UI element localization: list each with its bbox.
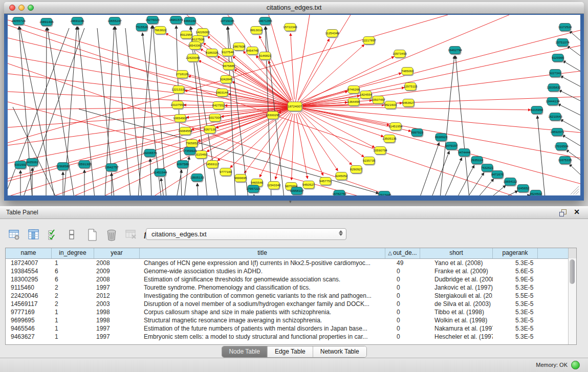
- graph-node[interactable]: 16782759: [332, 190, 346, 196]
- graph-node[interactable]: 8454749: [246, 47, 259, 56]
- graph-node[interactable]: 9097588: [177, 161, 189, 169]
- graph-node[interactable]: 20591305: [77, 161, 92, 169]
- graph-node[interactable]: 9146821: [259, 52, 272, 61]
- graph-node[interactable]: 20891406: [39, 18, 54, 27]
- table-row[interactable]: 911546021997Tourette syndrome. Phenomeno…: [6, 283, 576, 292]
- graph-node[interactable]: 7632621: [481, 164, 494, 173]
- table-row[interactable]: 2242004622012Investigating the contribut…: [6, 292, 576, 300]
- graph-node[interactable]: 12975115: [403, 83, 418, 92]
- graph-node[interactable]: 13505133: [190, 174, 204, 183]
- graph-node[interactable]: 13942757: [104, 164, 119, 172]
- graph-node[interactable]: 9450527: [302, 181, 315, 190]
- graph-node[interactable]: 10973493: [393, 50, 407, 59]
- graph-node[interactable]: 9245052: [335, 172, 348, 181]
- graph-node[interactable]: 9127546: [222, 49, 234, 57]
- graph-node[interactable]: 11568580: [56, 163, 70, 171]
- graph-node[interactable]: 9675885: [223, 62, 235, 71]
- graph-node[interactable]: 8290927: [350, 166, 363, 174]
- graph-node[interactable]: 12923446: [377, 191, 391, 196]
- citation-graph[interactable]: 1872400789129541422606391275081654336222…: [8, 15, 580, 195]
- float-panel-icon[interactable]: [559, 209, 567, 216]
- graph-node[interactable]: 2803144: [216, 89, 229, 98]
- graph-node[interactable]: 22420046: [186, 54, 200, 63]
- column-chooser-icon[interactable]: [27, 228, 41, 242]
- table-select-dropdown[interactable]: citations_edges.txt: [146, 228, 346, 240]
- scrollbar-thumb[interactable]: [570, 259, 575, 284]
- tab-network-table[interactable]: Network Table: [313, 346, 366, 357]
- graph-node[interactable]: 17016504: [554, 143, 569, 151]
- graph-node[interactable]: 7663822: [154, 27, 167, 35]
- graph-node[interactable]: 1364456: [347, 98, 360, 107]
- graph-node[interactable]: 7485063: [401, 68, 414, 76]
- close-panel-icon[interactable]: ✕: [574, 208, 580, 216]
- graph-node[interactable]: 10654112: [503, 178, 517, 187]
- graph-node[interactable]: 8471676: [491, 171, 504, 180]
- graph-node[interactable]: 9699695: [234, 174, 247, 183]
- graph-node[interactable]: 20206576: [143, 149, 157, 158]
- graph-node[interactable]: 9245652: [517, 185, 530, 193]
- column-header-out_de[interactable]: △out_de...: [385, 248, 420, 258]
- column-header-year[interactable]: year: [94, 248, 140, 258]
- graph-node[interactable]: 7905852: [186, 140, 199, 148]
- vertical-scrollbar[interactable]: [568, 258, 576, 344]
- graph-node[interactable]: 14569117: [205, 161, 220, 169]
- graph-node[interactable]: 9317004: [209, 114, 222, 123]
- table-row[interactable]: 969969511998Structural magnetic resonanc…: [6, 316, 576, 324]
- row-height-icon[interactable]: [64, 228, 79, 242]
- graph-node[interactable]: 12444134: [546, 98, 560, 106]
- graph-node[interactable]: 9746266: [347, 86, 360, 95]
- graph-node[interactable]: 9463627: [402, 99, 415, 108]
- graph-node[interactable]: 17957223: [246, 185, 260, 194]
- graph-node[interactable]: 8466160: [184, 17, 197, 26]
- graph-node[interactable]: 9235735: [363, 157, 376, 166]
- graph-node[interactable]: 15276023: [145, 16, 160, 25]
- column-header-title[interactable]: title: [140, 248, 385, 258]
- graph-node[interactable]: 9115460: [195, 151, 207, 160]
- graph-node[interactable]: 11451954: [388, 123, 403, 132]
- graph-node[interactable]: 8435061: [26, 159, 39, 167]
- graph-node[interactable]: 11675335: [558, 157, 572, 165]
- graph-node[interactable]: 2718126: [176, 71, 189, 79]
- graph-node[interactable]: 9267130: [204, 126, 216, 135]
- graph-node[interactable]: 8912954: [180, 31, 193, 40]
- graph-node[interactable]: 9777169: [220, 168, 232, 177]
- graph-node[interactable]: 18300295: [266, 112, 280, 120]
- memory-status-indicator[interactable]: [571, 361, 580, 369]
- graph-node[interactable]: 8938923: [435, 134, 448, 142]
- graph-node[interactable]: 15751074: [555, 39, 570, 48]
- graph-node[interactable]: 10655247: [107, 17, 122, 26]
- graph-node[interactable]: 24691196: [70, 17, 84, 26]
- graph-node[interactable]: 9331591: [14, 161, 27, 170]
- graph-node[interactable]: 10107553: [170, 101, 185, 110]
- graph-node[interactable]: 19384554: [178, 127, 192, 136]
- graph-node[interactable]: 7515526: [136, 24, 148, 32]
- select-rows-icon[interactable]: [46, 228, 60, 242]
- network-canvas[interactable]: 1872400789129541422606391275081654336222…: [8, 15, 580, 195]
- graph-node[interactable]: 10958107: [290, 187, 304, 196]
- graph-node[interactable]: 9457751: [319, 178, 332, 186]
- graph-node[interactable]: 9129965: [552, 54, 564, 63]
- graph-node[interactable]: 10507457: [371, 96, 385, 105]
- delete-rows-trash-icon[interactable]: [104, 228, 119, 242]
- graph-node[interactable]: 9524502: [530, 190, 542, 196]
- new-table-icon[interactable]: [85, 228, 99, 242]
- table-row[interactable]: 1872400712008Changes of HCN gene express…: [6, 259, 576, 267]
- table-row[interactable]: 946554611997Estimation of the future num…: [6, 324, 576, 333]
- graph-node[interactable]: 12213333: [171, 86, 186, 95]
- graph-node[interactable]: 11254349: [325, 30, 339, 38]
- graph-node[interactable]: 16543362: [188, 42, 202, 51]
- graph-node[interactable]: 12035832: [547, 84, 561, 93]
- table-row[interactable]: 1938455462009Genome-wide association stu…: [6, 267, 576, 275]
- graph-node[interactable]: 9242845: [220, 76, 233, 84]
- graph-node[interactable]: 9621603: [384, 101, 397, 110]
- graph-node[interactable]: 16210643: [548, 113, 562, 122]
- graph-node[interactable]: 16961574: [169, 16, 183, 25]
- graph-node[interactable]: 10654903: [173, 115, 187, 123]
- split-divider[interactable]: ▾: [0, 201, 588, 206]
- graph-node[interactable]: 6479197: [445, 142, 458, 151]
- window-titlebar[interactable]: citations_edges.txt: [4, 2, 584, 14]
- graph-node[interactable]: 15722343: [283, 24, 297, 32]
- graph-node[interactable]: 8427552: [212, 102, 225, 111]
- graph-node[interactable]: 8813014: [250, 27, 263, 35]
- column-header-pagerank[interactable]: pagerank: [493, 248, 538, 258]
